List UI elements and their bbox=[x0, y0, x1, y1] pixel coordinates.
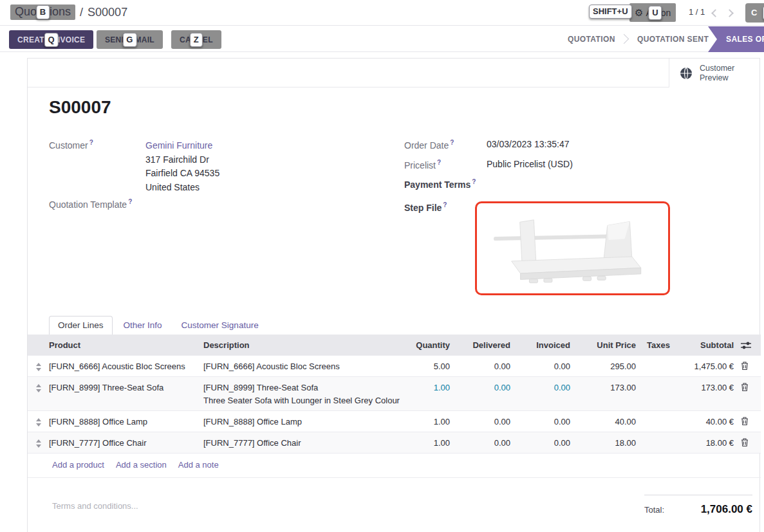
pricelist-value[interactable]: Public Pricelist (USD) bbox=[487, 159, 573, 169]
order-reference-title: S00007 bbox=[49, 97, 111, 118]
unit-price-cell[interactable]: 40.00 bbox=[578, 411, 644, 432]
add-a-product-link[interactable]: Add a product bbox=[52, 460, 104, 470]
handle-column-header bbox=[28, 335, 49, 345]
pager-next-button[interactable] bbox=[725, 9, 734, 17]
pricelist-field-label: Pricelist? bbox=[404, 159, 441, 170]
tab-other-info[interactable]: Other Info bbox=[115, 316, 171, 335]
subtotal-cell: 40.00 € bbox=[686, 411, 735, 432]
customer-address-block: Gemini Furniture 317 Fairchild Dr Fairfi… bbox=[145, 139, 219, 194]
description-cell[interactable]: [FURN_6666] Acoustic Bloc Screens bbox=[203, 356, 400, 376]
delete-row-button[interactable] bbox=[735, 356, 761, 374]
taxes-cell[interactable] bbox=[644, 377, 686, 385]
delete-row-button[interactable] bbox=[735, 377, 761, 395]
description-cell[interactable]: [FURN_8999] Three-Seat Sofa Three Seater… bbox=[203, 377, 400, 410]
delivered-cell[interactable]: 0.00 bbox=[458, 377, 518, 398]
help-marker: ? bbox=[89, 139, 93, 146]
column-header-delivered: Delivered bbox=[458, 335, 518, 355]
keyboard-hint-q: Q bbox=[44, 33, 58, 47]
action-menu-button[interactable]: ⚙ Action U bbox=[629, 3, 676, 22]
column-header-product: Product bbox=[49, 335, 203, 355]
table-row[interactable]: [FURN_7777] Office Chair [FURN_7777] Off… bbox=[28, 432, 761, 453]
status-separator-icon bbox=[619, 34, 629, 44]
column-header-taxes: Taxes bbox=[644, 335, 686, 355]
optional-columns-toggle[interactable] bbox=[735, 335, 761, 353]
drag-handle[interactable] bbox=[28, 411, 49, 430]
send-email-button[interactable]: SEND EMAIL G bbox=[97, 30, 163, 49]
trash-icon bbox=[740, 416, 749, 426]
delivered-cell[interactable]: 0.00 bbox=[458, 432, 518, 453]
quantity-cell[interactable]: 1.00 bbox=[400, 432, 458, 453]
table-row[interactable]: [FURN_8888] Office Lamp [FURN_8888] Offi… bbox=[28, 410, 761, 432]
terms-and-conditions-input[interactable]: Terms and conditions... bbox=[52, 501, 138, 511]
unit-price-cell[interactable]: 295.00 bbox=[578, 356, 644, 376]
table-header-row: Product Description Quantity Delivered I… bbox=[28, 335, 761, 355]
breadcrumb-current: S00007 bbox=[88, 6, 127, 19]
product-cell[interactable]: [FURN_7777] Office Chair bbox=[49, 432, 203, 453]
breadcrumb: Quotations B / S00007 bbox=[10, 5, 127, 20]
subtotal-cell: 1,475.00 € bbox=[686, 356, 735, 376]
description-cell[interactable]: [FURN_8888] Office Lamp bbox=[203, 411, 400, 432]
column-header-description: Description bbox=[203, 335, 400, 355]
delivered-cell[interactable]: 0.00 bbox=[458, 411, 518, 432]
trash-icon bbox=[740, 361, 749, 371]
keyboard-hint-b: B bbox=[36, 5, 50, 19]
description-cell[interactable]: [FURN_7777] Office Chair bbox=[203, 432, 400, 453]
trash-icon bbox=[740, 382, 749, 392]
address-line-3: United States bbox=[145, 182, 200, 192]
drag-handle[interactable] bbox=[28, 356, 49, 374]
delete-row-button[interactable] bbox=[735, 411, 761, 429]
taxes-cell[interactable] bbox=[644, 411, 686, 419]
action-bar: CREATE INVOICE Q SEND EMAIL G CANCEL Z Q… bbox=[0, 26, 764, 52]
payment-terms-field-label: Payment Terms? bbox=[404, 178, 476, 190]
pager-prev-button[interactable] bbox=[711, 9, 720, 17]
create-button[interactable]: C bbox=[745, 3, 764, 23]
tab-customer-signature[interactable]: Customer Signature bbox=[173, 316, 267, 335]
quantity-cell[interactable]: 1.00 bbox=[400, 411, 458, 432]
customer-preview-label: Customer Preview bbox=[700, 64, 734, 83]
step-file-field-label: Step File? bbox=[404, 201, 447, 213]
step-file-image[interactable] bbox=[475, 201, 670, 295]
total-label: Total: bbox=[644, 505, 664, 515]
table-row[interactable]: [FURN_8999] Three-Seat Sofa [FURN_8999] … bbox=[28, 376, 761, 410]
invoiced-cell[interactable]: 0.00 bbox=[518, 377, 578, 398]
tab-order-lines[interactable]: Order Lines bbox=[49, 316, 113, 335]
create-invoice-button[interactable]: CREATE INVOICE Q bbox=[9, 30, 93, 49]
table-row[interactable]: [FURN_6666] Acoustic Bloc Screens [FURN_… bbox=[28, 355, 761, 376]
customer-preview-button[interactable]: Customer Preview bbox=[669, 59, 759, 87]
keyboard-hint-g: G bbox=[122, 33, 136, 47]
sliders-icon bbox=[740, 341, 752, 350]
invoiced-cell[interactable]: 0.00 bbox=[518, 432, 578, 453]
taxes-cell[interactable] bbox=[644, 356, 686, 363]
help-marker: ? bbox=[472, 178, 476, 185]
invoiced-cell[interactable]: 0.00 bbox=[518, 356, 578, 376]
cancel-button[interactable]: CANCEL Z bbox=[171, 30, 221, 49]
delivered-cell[interactable]: 0.00 bbox=[458, 356, 518, 376]
drag-handle[interactable] bbox=[28, 432, 49, 451]
keyboard-hint-shift-u: SHIFT+U bbox=[589, 5, 632, 19]
product-cell[interactable]: [FURN_6666] Acoustic Bloc Screens bbox=[49, 356, 203, 376]
product-cell[interactable]: [FURN_8999] Three-Seat Sofa bbox=[49, 377, 203, 398]
add-a-section-link[interactable]: Add a section bbox=[116, 460, 167, 470]
total-value: 1,706.00 € bbox=[701, 503, 752, 516]
add-a-note-link[interactable]: Add a note bbox=[178, 460, 219, 470]
order-date-value[interactable]: 03/03/2023 13:35:47 bbox=[487, 139, 569, 149]
status-step-quotation[interactable]: QUOTATION bbox=[568, 26, 615, 52]
column-header-quantity: Quantity bbox=[400, 335, 458, 355]
unit-price-cell[interactable]: 18.00 bbox=[578, 432, 644, 453]
quantity-cell[interactable]: 5.00 bbox=[400, 356, 458, 376]
address-line-2: Fairfield CA 94535 bbox=[145, 168, 219, 178]
customer-link[interactable]: Gemini Furniture bbox=[145, 140, 212, 151]
customer-field-label: Customer? bbox=[49, 139, 93, 151]
taxes-cell[interactable] bbox=[644, 432, 686, 440]
step-file-3d-preview-icon bbox=[483, 206, 663, 290]
pager-counter: 1 / 1 bbox=[689, 7, 705, 17]
drag-handle[interactable] bbox=[28, 377, 49, 396]
quantity-cell[interactable]: 1.00 bbox=[400, 377, 458, 398]
invoiced-cell[interactable]: 0.00 bbox=[518, 411, 578, 432]
unit-price-cell[interactable]: 173.00 bbox=[578, 377, 644, 398]
status-step-quotation-sent[interactable]: QUOTATION SENT bbox=[637, 26, 709, 52]
product-cell[interactable]: [FURN_8888] Office Lamp bbox=[49, 411, 203, 432]
delete-row-button[interactable] bbox=[735, 432, 761, 450]
status-step-sales-order[interactable]: SALES ORDER bbox=[708, 26, 764, 52]
breadcrumb-quotations-link[interactable]: Quotations B bbox=[10, 5, 75, 20]
